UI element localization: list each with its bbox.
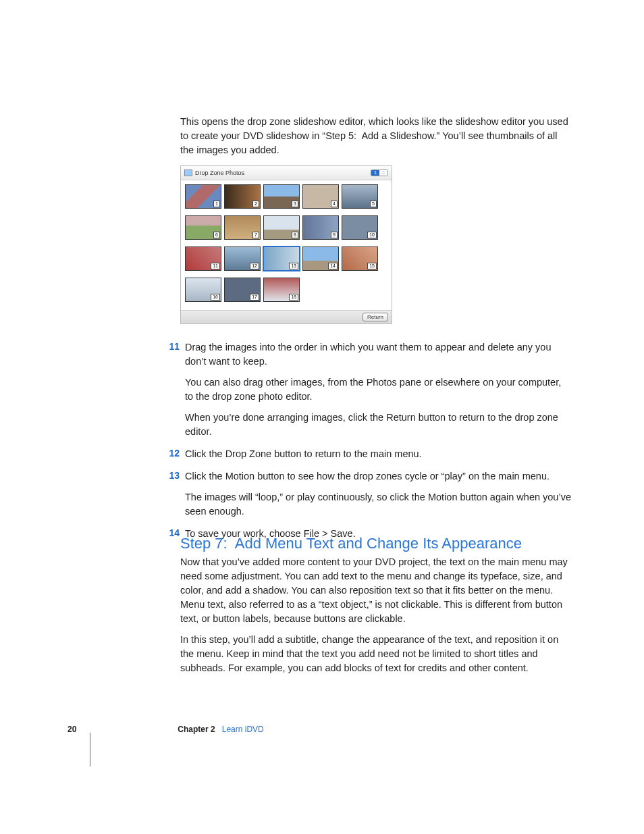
intro-paragraph: This opens the drop zone slideshow edito… xyxy=(180,115,572,157)
thumbnail[interactable]: 2 xyxy=(224,184,261,209)
photo-icon xyxy=(184,170,192,176)
chapter-label: Chapter 2 xyxy=(178,725,215,734)
thumbnail[interactable]: 9 xyxy=(302,215,339,240)
chapter-title: Learn iDVD xyxy=(222,725,264,734)
thumbnail[interactable]: 16 xyxy=(185,278,221,302)
thumbnail[interactable]: 15 xyxy=(342,246,378,271)
numbered-steps: 11 Drag the images into the order in whi… xyxy=(158,340,572,549)
section-paragraph: In this step, you’ll add a subtitle, cha… xyxy=(180,633,572,675)
step-text: You can also drag other images, from the… xyxy=(185,375,571,404)
step-text: The images will “loop,” or play continuo… xyxy=(185,490,571,519)
page-number: 20 xyxy=(68,725,76,734)
thumbnail[interactable]: 11 xyxy=(185,246,221,271)
step-text: When you’re done arranging images, click… xyxy=(185,411,571,439)
section-paragraph: Now that you’ve added more content to yo… xyxy=(180,555,572,626)
step-number: 12 xyxy=(158,447,185,461)
step-body: Click the Drop Zone button to return to … xyxy=(185,447,571,461)
thumbnail[interactable]: 5 xyxy=(342,184,378,209)
step-11: 11 Drag the images into the order in whi… xyxy=(158,340,572,439)
layout-columns-1[interactable]: 1 xyxy=(371,170,379,176)
step-number: 11 xyxy=(158,340,185,439)
thumbnail-grid: 1 2 3 4 5 6 7 8 9 10 11 12 13 14 15 16 1… xyxy=(181,180,392,310)
thumbnail[interactable]: 8 xyxy=(263,215,300,240)
thumbnail[interactable]: 12 xyxy=(224,246,261,271)
thumbnail[interactable]: 10 xyxy=(342,215,378,240)
thumbnail[interactable]: 7 xyxy=(224,215,261,240)
layout-columns-grid-icon[interactable]: :: xyxy=(379,170,387,176)
thumbnail[interactable]: 18 xyxy=(263,278,300,302)
footer-rule xyxy=(90,733,90,766)
thumbnail[interactable]: 6 xyxy=(185,215,221,240)
page-footer: 20 Chapter 2 Learn iDVD xyxy=(68,725,264,734)
return-button[interactable]: Return xyxy=(363,313,388,321)
thumbnail[interactable]: 1 xyxy=(185,184,221,209)
step-body: Drag the images into the order in which … xyxy=(185,340,571,439)
editor-footer: Return xyxy=(181,310,392,323)
editor-title: Drop Zone Photos xyxy=(195,170,244,176)
step7-heading: Step 7: Add Menu Text and Change Its App… xyxy=(180,535,572,552)
step-number: 13 xyxy=(158,469,185,519)
step-text: Drag the images into the order in which … xyxy=(185,340,571,369)
thumbnail[interactable]: 14 xyxy=(302,246,339,271)
step-body: Click the Motion button to see how the d… xyxy=(185,469,571,519)
step-text: Click the Motion button to see how the d… xyxy=(185,469,571,484)
thumbnail-selected[interactable]: 13 xyxy=(263,246,300,271)
thumbnail[interactable]: 3 xyxy=(263,184,300,209)
step-13: 13 Click the Motion button to see how th… xyxy=(158,469,572,519)
layout-toggle[interactable]: 1 :: xyxy=(371,170,388,176)
editor-titlebar: Drop Zone Photos 1 :: xyxy=(181,166,392,180)
step-text: Click the Drop Zone button to return to … xyxy=(185,447,571,461)
step-12: 12 Click the Drop Zone button to return … xyxy=(158,447,572,461)
drop-zone-editor-figure: Drop Zone Photos 1 :: 1 2 3 4 5 6 7 8 9 … xyxy=(180,165,392,324)
thumbnail[interactable]: 17 xyxy=(224,278,261,302)
thumbnail[interactable]: 4 xyxy=(302,184,339,209)
